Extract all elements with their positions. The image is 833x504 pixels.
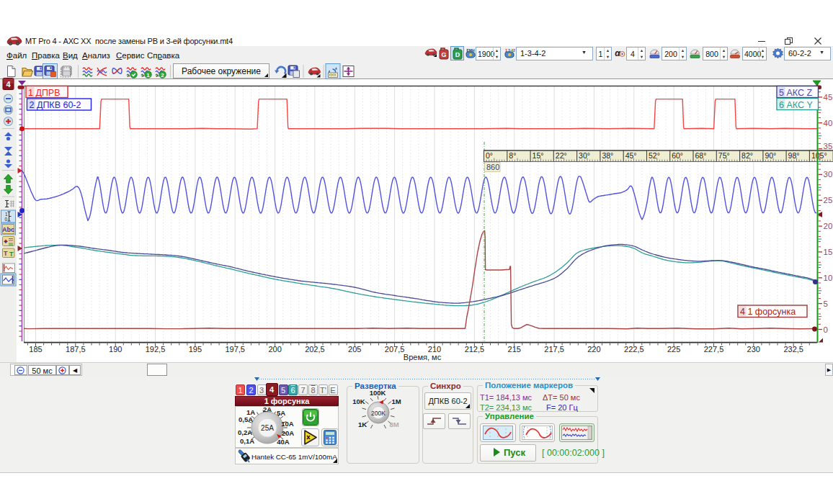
svg-text:2: 2	[161, 72, 164, 78]
svg-text:225: 225	[667, 345, 680, 354]
svg-text:25: 25	[824, 196, 833, 204]
svg-text:100K: 100K	[370, 389, 386, 397]
svg-text:30: 30	[824, 170, 833, 179]
svg-text:82°: 82°	[741, 151, 753, 160]
svg-text:15°: 15°	[533, 151, 544, 160]
svg-text:2 ДПКВ 60-2: 2 ДПКВ 60-2	[30, 100, 81, 110]
svg-text:200K: 200K	[371, 410, 386, 417]
svg-text:230: 230	[747, 345, 760, 354]
svg-text:215: 215	[508, 345, 521, 354]
svg-text:45: 45	[824, 93, 833, 102]
svg-text:52°: 52°	[649, 151, 660, 160]
svg-text:D: D	[455, 51, 460, 58]
svg-text:75°: 75°	[718, 151, 730, 160]
svg-text:5A: 5A	[277, 409, 285, 417]
svg-text:30°: 30°	[579, 151, 590, 160]
svg-text:20: 20	[824, 222, 833, 230]
svg-text:192,5: 192,5	[146, 345, 166, 354]
svg-text:232,5: 232,5	[783, 345, 803, 354]
svg-text:0: 0	[824, 325, 828, 334]
svg-text:25A: 25A	[261, 423, 274, 431]
svg-text:105°: 105°	[811, 151, 827, 160]
svg-text:22°: 22°	[556, 151, 567, 160]
svg-text:15: 15	[824, 248, 833, 256]
svg-text:0°: 0°	[486, 151, 493, 160]
svg-text:G: G	[441, 51, 446, 58]
svg-text:187,5: 187,5	[66, 345, 86, 354]
svg-text:2: 2	[513, 48, 515, 53]
svg-text:6 АКС Y: 6 АКС Y	[779, 100, 813, 110]
svg-text:220: 220	[587, 345, 600, 354]
svg-text:222,5: 222,5	[624, 345, 644, 354]
svg-text:860: 860	[486, 163, 499, 171]
svg-text:40A: 40A	[277, 438, 290, 446]
svg-text:40: 40	[824, 119, 833, 127]
svg-text:98°: 98°	[788, 151, 800, 160]
svg-text:8M: 8M	[389, 420, 398, 428]
svg-text:68°: 68°	[695, 151, 707, 160]
svg-text:1M: 1M	[391, 397, 401, 405]
svg-text:2A: 2A	[263, 406, 272, 413]
svg-text:1 ДПРВ: 1 ДПРВ	[28, 88, 61, 98]
svg-text:10: 10	[824, 274, 833, 282]
svg-text:5: 5	[824, 300, 828, 308]
svg-text:4 1 форсунка: 4 1 форсунка	[740, 307, 796, 317]
svg-text:8°: 8°	[509, 151, 516, 160]
svg-text:190: 190	[109, 345, 122, 354]
svg-text:195: 195	[189, 345, 202, 354]
svg-text:10K: 10K	[352, 397, 365, 405]
svg-text:90°: 90°	[765, 151, 776, 160]
svg-text:45°: 45°	[625, 151, 637, 160]
svg-text:10A: 10A	[281, 420, 294, 428]
svg-text:0,2A: 0,2A	[238, 428, 252, 436]
svg-text:212,5: 212,5	[465, 345, 485, 354]
svg-text:Время, мс: Время, мс	[404, 353, 442, 361]
svg-text:200: 200	[268, 345, 281, 354]
svg-text:35: 35	[824, 142, 833, 150]
svg-text:205: 205	[348, 345, 361, 354]
svg-text:0,5A: 0,5A	[239, 415, 253, 423]
svg-text:202,5: 202,5	[305, 345, 325, 354]
svg-text:185: 185	[29, 345, 42, 354]
svg-text:60°: 60°	[672, 151, 683, 160]
svg-text:20A: 20A	[282, 429, 295, 437]
svg-text:5 АКС Z: 5 АКС Z	[779, 88, 812, 98]
svg-text:197,5: 197,5	[225, 345, 245, 354]
svg-text:1K: 1K	[358, 420, 367, 428]
svg-text:227,5: 227,5	[704, 345, 724, 354]
svg-text:217,5: 217,5	[544, 345, 564, 354]
svg-text:38°: 38°	[602, 151, 613, 160]
svg-text:0,1A: 0,1A	[240, 437, 254, 445]
svg-text:1: 1	[146, 72, 150, 78]
svg-text:207,5: 207,5	[385, 345, 405, 354]
